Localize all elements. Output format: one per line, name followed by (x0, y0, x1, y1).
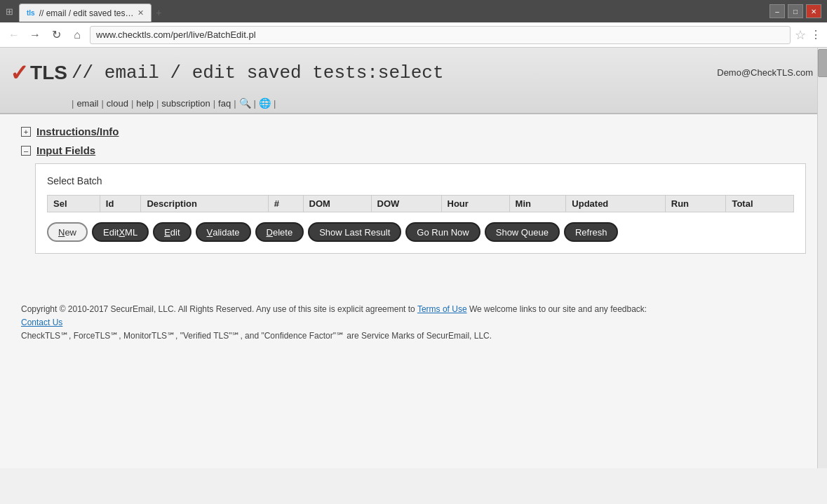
page-title: // email / edit saved tests:select (72, 62, 444, 83)
user-email: Demo@CheckTLS.com (717, 67, 813, 78)
edit-button[interactable]: Edit (153, 222, 191, 242)
address-bar: ← → ↻ ⌂ ☆ ⋮ (0, 22, 827, 48)
new-tab-button[interactable]: + (152, 4, 166, 22)
copyright-text: Copyright © 2010-2017 SecurEmail, LLC. A… (21, 304, 417, 314)
minimize-button[interactable]: – (769, 4, 785, 18)
scroll-thumb[interactable] (818, 49, 827, 77)
logo-text: TLS (30, 62, 67, 84)
browser-icon: ⊞ (6, 6, 13, 17)
nav-email[interactable]: email (76, 98, 98, 109)
th-total: Total (726, 196, 794, 212)
instructions-toggle[interactable]: + (21, 127, 31, 137)
show-last-result-button[interactable]: Show Last Result (308, 222, 401, 242)
th-min: Min (509, 196, 566, 212)
logo-area: ✓ TLS // email / edit saved tests:select (14, 53, 444, 92)
close-button[interactable]: ✕ (806, 4, 821, 18)
instructions-section-header: + Instructions/Info (21, 125, 806, 137)
th-dom: DOM (303, 196, 371, 212)
main-content: + Instructions/Info – Input Fields Selec… (0, 114, 827, 289)
terms-of-use-link[interactable]: Terms of Use (417, 304, 467, 314)
th-dow: DOW (371, 196, 441, 212)
select-batch-label: Select Batch (47, 175, 794, 186)
contact-us-link[interactable]: Contact Us (21, 318, 62, 327)
tab-title: // email / edit saved tes… (39, 8, 134, 18)
go-run-now-button[interactable]: Go Run Now (405, 222, 480, 242)
site-header: ✓ TLS // email / edit saved tests:select… (0, 48, 827, 114)
search-icon[interactable]: 🔍 (239, 97, 251, 109)
th-hash: # (268, 196, 303, 212)
nav-faq[interactable]: faq (218, 98, 231, 109)
table-container: Select Batch Sel Id Description # DOM DO… (35, 163, 806, 254)
trademarks-text: CheckTLS℠, ForceTLS℠, MonitorTLS℠, "Veri… (21, 331, 492, 341)
th-sel: Sel (48, 196, 100, 212)
close-tab-button[interactable]: ✕ (137, 8, 144, 18)
globe-icon[interactable]: 🌐 (259, 97, 271, 109)
th-id: Id (100, 196, 141, 212)
nav-bar: | email | cloud | help | subscription | … (14, 95, 813, 113)
refresh-button[interactable]: Refresh (564, 222, 619, 242)
page-content: ✓ TLS // email / edit saved tests:select… (0, 48, 827, 468)
instructions-title: Instructions/Info (36, 125, 119, 137)
delete-button[interactable]: Delete (255, 222, 304, 242)
menu-icon[interactable]: ⋮ (810, 28, 821, 41)
input-fields-section-header: – Input Fields (21, 144, 806, 156)
nav-cloud[interactable]: cloud (107, 98, 128, 109)
active-tab[interactable]: tls // email / edit saved tes… ✕ (19, 4, 152, 22)
nav-help[interactable]: help (136, 98, 154, 109)
th-hour: Hour (441, 196, 509, 212)
footer: Copyright © 2010-2017 SecurEmail, LLC. A… (0, 289, 827, 365)
edit-xml-button[interactable]: Edit XML (92, 222, 149, 242)
maximize-button[interactable]: □ (788, 4, 803, 18)
title-bar: ⊞ tls // email / edit saved tes… ✕ + – □… (0, 0, 827, 22)
tab-icon: tls (27, 9, 35, 17)
logo: ✓ TLS (14, 53, 63, 92)
home-button[interactable]: ⌂ (69, 27, 86, 43)
back-button[interactable]: ← (6, 27, 22, 43)
forward-button[interactable]: → (27, 27, 43, 43)
batch-table: Sel Id Description # DOM DOW Hour Min Up… (47, 195, 794, 212)
url-input[interactable] (90, 26, 791, 44)
input-fields-toggle[interactable]: – (21, 146, 31, 156)
logo-checkmark: ✓ (10, 60, 29, 86)
window-controls: – □ ✕ (769, 4, 821, 18)
th-updated: Updated (566, 196, 665, 212)
reload-button[interactable]: ↻ (48, 27, 65, 43)
input-fields-title: Input Fields (36, 144, 95, 156)
show-queue-button[interactable]: Show Queue (485, 222, 560, 242)
scroll-track[interactable] (817, 48, 827, 468)
validate-button[interactable]: Validate (196, 222, 251, 242)
bookmark-icon[interactable]: ☆ (795, 27, 806, 43)
new-button[interactable]: New (47, 222, 88, 242)
th-run: Run (665, 196, 726, 212)
table-header-row: Sel Id Description # DOM DOW Hour Min Up… (48, 196, 794, 212)
nav-subscription[interactable]: subscription (161, 98, 210, 109)
action-buttons: New Edit XML Edit Validate Delete Show L… (47, 222, 794, 242)
th-description: Description (141, 196, 268, 212)
welcome-text: We welcome links to our site and any fee… (467, 304, 647, 314)
